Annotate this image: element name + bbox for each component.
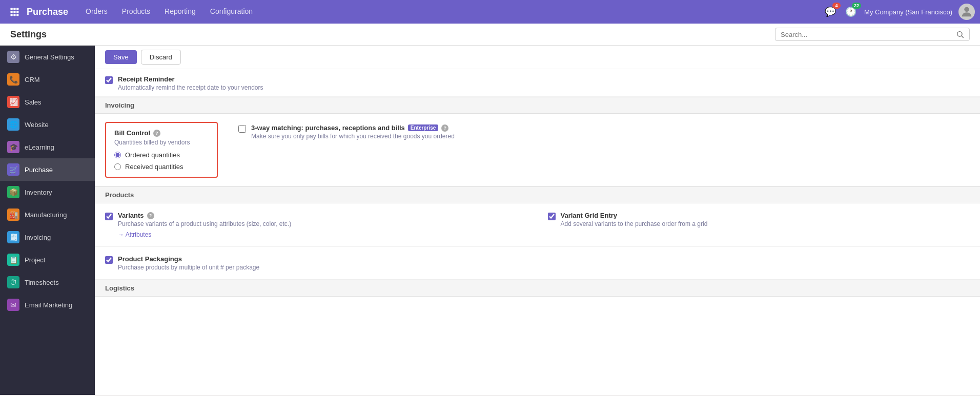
bill-control-help-icon[interactable]: ?: [153, 130, 160, 137]
nav-configuration[interactable]: Configuration: [203, 0, 260, 24]
received-quantities-radio[interactable]: [114, 163, 121, 170]
svg-rect-7: [13, 14, 15, 16]
user-avatar[interactable]: [958, 4, 975, 20]
svg-rect-6: [11, 14, 13, 16]
sidebar-item-purchase[interactable]: 🛒 Purchase: [0, 158, 95, 181]
receipt-reminder-item: Receipt Reminder Automatically remind th…: [105, 75, 970, 91]
sidebar-item-timesheets[interactable]: ⏱ Timesheets: [0, 271, 95, 294]
nav-menu: Orders Products Reporting Configuration: [78, 0, 823, 24]
sidebar-label-manufacturing: Manufacturing: [25, 211, 67, 219]
three-way-help-icon[interactable]: ?: [441, 124, 448, 132]
sidebar-label-general-settings: General Settings: [25, 53, 74, 61]
sidebar-item-invoicing[interactable]: 🧾 Invoicing: [0, 226, 95, 248]
sidebar-item-inventory[interactable]: 📦 Inventory: [0, 181, 95, 203]
variants-help-icon[interactable]: ?: [147, 212, 154, 219]
search-box[interactable]: [775, 28, 970, 41]
invoicing-settings-row: Bill Control ? Quantities billed by vend…: [95, 114, 980, 186]
three-way-matching-item: 3-way matching: purchases, receptions an…: [238, 124, 970, 140]
receipt-reminder-row: Receipt Reminder Automatically remind th…: [95, 69, 980, 97]
project-icon: 📋: [7, 254, 19, 266]
apps-button[interactable]: [5, 3, 24, 21]
svg-line-11: [962, 36, 964, 38]
variants-item: Variants ? Purchase variants of a produc…: [105, 212, 527, 238]
messages-icon-badge[interactable]: 💬 4: [823, 5, 838, 19]
sidebar-item-elearning[interactable]: 🎓 eLearning: [0, 136, 95, 158]
nav-products[interactable]: Products: [115, 0, 157, 24]
sidebar-item-sales[interactable]: 📈 Sales: [0, 91, 95, 113]
company-name[interactable]: My Company (San Francisco): [864, 8, 952, 16]
messages-badge: 4: [832, 3, 841, 9]
sidebar-item-crm[interactable]: 📞 CRM: [0, 68, 95, 91]
top-nav: Purchase Orders Products Reporting Confi…: [0, 0, 980, 24]
variant-grid-entry-checkbox[interactable]: [548, 213, 556, 220]
nav-brand[interactable]: Purchase: [27, 7, 68, 17]
website-icon: 🌐: [7, 118, 19, 131]
activity-badge: 22: [852, 3, 861, 9]
three-way-matching-checkbox[interactable]: [238, 125, 246, 133]
purchase-icon: 🛒: [7, 163, 19, 176]
ordered-quantities-option[interactable]: Ordered quantities: [114, 151, 209, 159]
search-icon: [956, 30, 964, 38]
general-settings-icon: ⚙: [7, 51, 19, 63]
svg-point-9: [964, 7, 969, 12]
sales-icon: 📈: [7, 96, 19, 108]
activity-icon-badge[interactable]: 🕐 22: [844, 5, 858, 19]
sidebar-label-project: Project: [25, 256, 45, 264]
products-settings-row: Variants ? Purchase variants of a produc…: [95, 203, 980, 247]
nav-reporting[interactable]: Reporting: [157, 0, 203, 24]
variants-checkbox[interactable]: [105, 213, 113, 220]
invoicing-icon: 🧾: [7, 231, 19, 243]
invoicing-section-header: Invoicing: [95, 97, 980, 114]
svg-rect-8: [16, 14, 18, 16]
variant-grid-entry-info: Variant Grid Entry Add several variants …: [561, 212, 970, 227]
timesheets-icon: ⏱: [7, 276, 19, 288]
product-packagings-checkbox[interactable]: [105, 256, 113, 264]
sidebar-item-website[interactable]: 🌐 Website: [0, 113, 95, 136]
bill-control-desc: Quantities billed by vendors: [114, 139, 209, 146]
bill-control-box: Bill Control ? Quantities billed by vend…: [105, 122, 218, 178]
variants-info: Variants ? Purchase variants of a produc…: [118, 212, 527, 238]
product-packagings-desc: Purchase products by multiple of unit # …: [118, 264, 970, 271]
svg-point-10: [957, 32, 962, 36]
content-area: Save Discard Receipt Reminder Automatica…: [95, 46, 980, 395]
svg-rect-1: [13, 8, 15, 10]
discard-button[interactable]: Discard: [141, 50, 181, 65]
page-title: Settings: [10, 29, 47, 40]
sidebar-label-invoicing: Invoicing: [25, 234, 51, 241]
received-quantities-option[interactable]: Received quantities: [114, 163, 209, 171]
manufacturing-icon: 🏭: [7, 209, 19, 221]
sidebar-label-email-marketing: Email Marketing: [25, 301, 72, 309]
receipt-reminder-checkbox[interactable]: [105, 76, 113, 84]
ordered-quantities-radio[interactable]: [114, 152, 121, 158]
variant-grid-entry-title: Variant Grid Entry: [561, 212, 970, 219]
sidebar: ⚙ General Settings 📞 CRM 📈 Sales 🌐 Websi…: [0, 46, 95, 395]
receipt-reminder-title: Receipt Reminder: [118, 75, 970, 83]
attributes-link[interactable]: Attributes: [118, 231, 151, 238]
sidebar-item-manufacturing[interactable]: 🏭 Manufacturing: [0, 203, 95, 226]
crm-icon: 📞: [7, 73, 19, 86]
sidebar-label-crm: CRM: [25, 76, 40, 84]
variant-grid-entry-item: Variant Grid Entry Add several variants …: [548, 212, 970, 227]
sidebar-item-email-marketing[interactable]: ✉ Email Marketing: [0, 294, 95, 316]
product-packagings-title: Product Packagings: [118, 255, 970, 263]
save-button[interactable]: Save: [105, 50, 137, 64]
sidebar-label-website: Website: [25, 121, 49, 129]
enterprise-badge: Enterprise: [408, 124, 438, 131]
email-marketing-icon: ✉: [7, 299, 19, 311]
ordered-quantities-label: Ordered quantities: [125, 151, 180, 159]
svg-rect-0: [11, 8, 13, 10]
svg-rect-5: [16, 11, 18, 13]
svg-rect-4: [13, 11, 15, 13]
sidebar-item-project[interactable]: 📋 Project: [0, 248, 95, 271]
products-section-header: Products: [95, 186, 980, 203]
elearning-icon: 🎓: [7, 141, 19, 153]
sidebar-item-general-settings[interactable]: ⚙ General Settings: [0, 46, 95, 68]
logistics-section-header: Logistics: [95, 280, 980, 297]
nav-right: 💬 4 🕐 22 My Company (San Francisco): [823, 4, 975, 20]
search-input[interactable]: [781, 31, 956, 38]
three-way-matching-title: 3-way matching: purchases, receptions an…: [251, 124, 970, 132]
product-packagings-row: Product Packagings Purchase products by …: [95, 247, 980, 280]
sidebar-label-elearning: eLearning: [25, 143, 54, 151]
receipt-reminder-info: Receipt Reminder Automatically remind th…: [118, 75, 970, 91]
nav-orders[interactable]: Orders: [78, 0, 115, 24]
